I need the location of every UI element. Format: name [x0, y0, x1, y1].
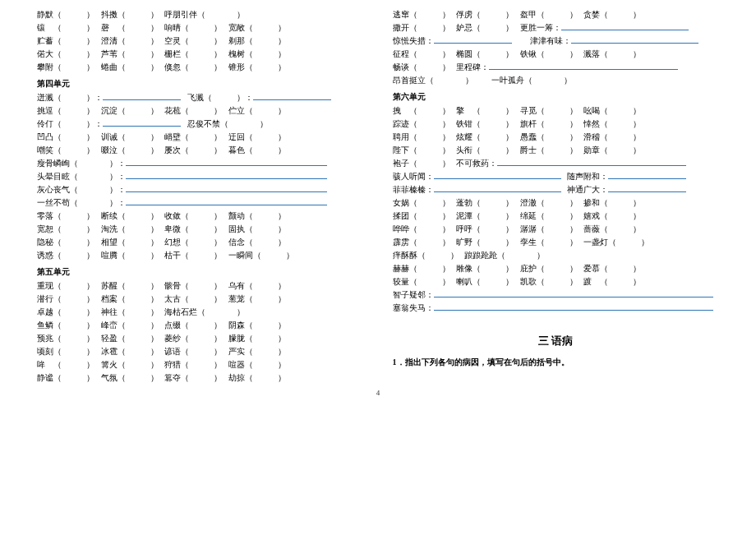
vocab-row: 重现（） 苏醒（） 骸骨（） 乌有（） [37, 279, 364, 293]
word: 掺和 [583, 196, 600, 210]
word: 撒开 [393, 21, 409, 35]
word: 澄清 [101, 35, 118, 48]
word: 昂首挺立 [393, 74, 426, 87]
word: 锥形 [228, 61, 245, 74]
word: 档案 [101, 293, 118, 306]
word: 芦苇 [101, 48, 118, 61]
word: 隐秘 [37, 236, 53, 249]
vocab-row: 宽恕（） 淘洗（） 卑微（） 固执（） [37, 223, 364, 236]
vocab-row: 静谧（） 气氛（） 篡夺（） 劫掠（） [37, 371, 364, 385]
word: 踪迹 [393, 118, 409, 131]
word: 花苞 [164, 104, 181, 118]
word: 瘦骨嶙峋 [37, 157, 70, 170]
vocab-row: 灰心丧气（）： [37, 183, 364, 196]
word: 孪生 [520, 236, 537, 249]
word: 头晕目眩 [37, 170, 70, 183]
fill-blank [608, 184, 686, 192]
word: 头衔 [456, 144, 472, 157]
vocab-row: 揉团（） 泥潭（） 绵延（） 嬉戏（） [393, 210, 720, 223]
word: 倏忽 [164, 61, 181, 74]
vocab-row: 征程（） 椭圆（） 铁锹（） 溅落（） [393, 48, 720, 61]
word: 宽敞 [228, 21, 245, 35]
word: 相望 [101, 236, 118, 249]
word: 潜行 [37, 293, 53, 306]
fill-blank [434, 171, 561, 179]
word: 灰心丧气 [37, 183, 70, 196]
word: 雕像 [456, 262, 472, 275]
word: 静默 [37, 8, 53, 21]
word: 随声附和： [567, 170, 608, 183]
word: 迸溅 [37, 91, 53, 104]
vocab-row: 攀附（） 蜷曲（） 倏忽（） 锥形（） [37, 61, 364, 74]
word: 拽 [393, 104, 401, 118]
fill-blank [571, 35, 698, 44]
fill-blank [126, 184, 327, 192]
vocab-row: 偌大（） 芦苇（） 栅栏（） 槐树（） [37, 48, 364, 61]
word: 严实 [228, 345, 245, 358]
word: 气氛 [101, 371, 118, 385]
word: 畅谈 [393, 61, 409, 74]
word: 屡次 [164, 144, 181, 157]
vocab-row: 镶 （） 磬 （） 响晴（） 宽敞（） [37, 21, 364, 35]
word: 踱 [583, 275, 592, 288]
word: 阴森 [228, 319, 245, 332]
word: 骇人听闻： [393, 170, 434, 183]
vocab-row: 霹雳（） 旷野（） 孪生（） 一盏灯（） [393, 236, 720, 249]
word: 鱼鳞 [37, 319, 53, 332]
vocab-row: 女娲（） 蓬勃（） 澄澈（） 掺和（） [393, 196, 720, 210]
word: 海枯石烂 [164, 306, 197, 319]
word: 旗杆 [520, 118, 537, 131]
word: 诱惑 [37, 249, 53, 262]
word: 零落 [37, 210, 53, 223]
word: 一盏灯 [583, 236, 608, 249]
vocab-row: 贮蓄（） 澄清（） 空灵（） 剃那（） [37, 35, 364, 48]
word: 冰雹 [101, 345, 118, 358]
word: 卓越 [37, 306, 53, 319]
word: 揉团 [393, 210, 409, 223]
word: 妒忌 [456, 21, 472, 35]
word: 哞 [37, 358, 45, 371]
word: 收敛 [164, 210, 181, 223]
word: 篝火 [101, 358, 118, 371]
word: 槐树 [228, 48, 245, 61]
instruction-text: 1．指出下列各句的病因，填写在句后的括号中。 [393, 356, 720, 369]
fill-blank [103, 118, 181, 127]
fill-blank [126, 197, 327, 205]
word: 爵士 [520, 144, 537, 157]
word: 赫赫 [393, 262, 409, 275]
word: 断续 [101, 210, 118, 223]
vocab-row: 迸溅（）： 飞溅（）： [37, 91, 364, 104]
vocab-row: 踪迹（） 铁钳（） 旗杆（） 悻然（） [393, 118, 720, 131]
vocab-row: 伶仃（）： 忍俊不禁（） [37, 118, 364, 131]
word: 里程碑： [456, 61, 489, 74]
word: 逃窜 [393, 8, 409, 21]
word: 固执 [228, 223, 245, 236]
unit-title: 第五单元 [37, 265, 364, 279]
word: 嘲笑 [37, 144, 53, 157]
word: 寻觅 [520, 104, 537, 118]
vocab-row: 一丝不苟（）： [37, 196, 364, 210]
word: 乌有 [228, 279, 245, 293]
word: 空灵 [164, 35, 181, 48]
word: 挑逗 [37, 104, 53, 118]
vocab-row: 哗哗（） 呼呼（） 潺潺（） 蔷薇（） [393, 223, 720, 236]
unit-title: 第六单元 [393, 90, 720, 104]
fill-blank [126, 171, 327, 179]
word: 骸骨 [164, 279, 181, 293]
vocab-row: 诱惑（） 喧腾（） 枯干（） 一瞬间（） [37, 249, 364, 262]
fill-blank [253, 92, 331, 100]
word: 菱纱 [164, 332, 181, 345]
fill-blank [434, 184, 561, 192]
word: 蓬勃 [456, 196, 472, 210]
word: 呼呼 [456, 223, 472, 236]
word: 磬 [101, 21, 109, 35]
word: 女娲 [393, 196, 409, 210]
word: 攀附 [37, 61, 53, 74]
vocab-row: 嘲笑（） 啜泣（） 屡次（） 暮色（） [37, 144, 364, 157]
word: 菲菲榛榛： [393, 183, 434, 196]
word: 霹雳 [393, 236, 409, 249]
word: 塞翁失马： [393, 302, 434, 315]
word: 淘洗 [101, 223, 118, 236]
vocab-row: 痒酥酥（） 踉踉跄跄（） [393, 249, 720, 262]
word: 偌大 [37, 48, 53, 61]
